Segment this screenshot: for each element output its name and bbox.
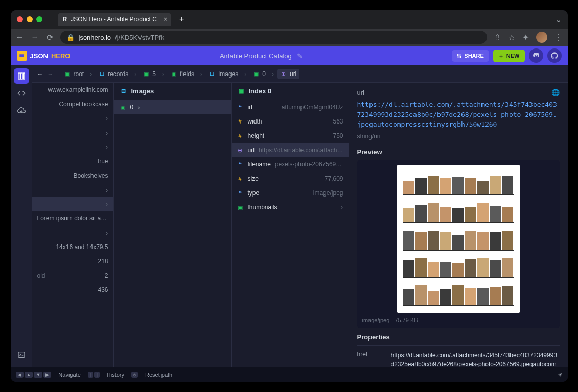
- back-button[interactable]: ←: [16, 33, 24, 42]
- detail-key: url: [357, 89, 364, 96]
- crumb-images[interactable]: ⊟Images: [205, 69, 241, 79]
- crumb-5[interactable]: ▣5: [140, 69, 159, 79]
- sidebar-terminal-icon[interactable]: [14, 347, 29, 362]
- browser-toolbar: ← → ⟳ 🔒 jsonhero.io/j/KD5KVstvTPfk ⇪ ☆ ✦…: [11, 29, 568, 46]
- sidebar: [11, 65, 32, 368]
- list-item[interactable]: [32, 126, 113, 140]
- list-item[interactable]: #width563: [232, 114, 349, 129]
- list-item[interactable]: [32, 197, 113, 211]
- url-host: jsonhero.io: [79, 34, 111, 41]
- theme-toggle-icon[interactable]: ☀: [558, 372, 563, 378]
- browser-tab[interactable]: R JSON Hero - Airtable Product C ×: [58, 13, 171, 26]
- chrome-menu-icon[interactable]: ⋮: [554, 33, 563, 42]
- crumb-0[interactable]: ▣0: [249, 69, 269, 79]
- edit-title-icon[interactable]: ✎: [297, 52, 303, 60]
- lock-icon: 🔒: [66, 34, 75, 41]
- list-item[interactable]: ❝filenamepexels-photo-2067569.jpeg?…: [232, 157, 349, 172]
- sidebar-code-view[interactable]: [14, 86, 29, 101]
- logo[interactable]: JSONHERO: [17, 51, 71, 61]
- list-item[interactable]: #height750: [232, 129, 349, 143]
- share-page-icon[interactable]: ⇪: [494, 33, 501, 42]
- tab-favicon: R: [63, 16, 67, 23]
- svg-rect-2: [23, 73, 25, 79]
- tab-overflow-icon[interactable]: ⌄: [555, 15, 562, 24]
- list-item[interactable]: 14x16 and 14x79.5: [32, 240, 113, 254]
- address-bar[interactable]: 🔒 jsonhero.io/j/KD5KVstvTPfk: [60, 31, 487, 44]
- column-title: Images: [131, 87, 154, 95]
- new-tab-button[interactable]: +: [179, 15, 184, 24]
- archive-icon: ⊟: [120, 88, 127, 94]
- list-item[interactable]: [32, 226, 113, 240]
- list-item[interactable]: true: [32, 154, 113, 168]
- list-item[interactable]: ❝idattumnpGmMgmf04Uz: [232, 100, 349, 114]
- browser-tabbar: R JSON Hero - Airtable Product C × + ⌄: [11, 10, 568, 29]
- logo-text-json: JSON: [30, 52, 48, 60]
- list-item[interactable]: Bookshelves: [32, 168, 113, 183]
- preview-box: image/jpeg 75.79 KB: [357, 160, 560, 328]
- box-icon: ▣: [238, 88, 245, 94]
- github-icon[interactable]: [547, 48, 562, 63]
- globe-icon[interactable]: 🌐: [551, 89, 560, 96]
- share-icon: ⇆: [457, 53, 461, 59]
- plus-icon: ＋: [498, 52, 504, 60]
- footer: ◀▲▼▶ Navigate [] History ⎋ Reset path ☀: [11, 368, 568, 382]
- detail-type: string/uri: [357, 133, 560, 140]
- esc-keycap: ⎋: [131, 372, 138, 378]
- crumb-records[interactable]: ⊟records: [95, 69, 131, 79]
- list-item[interactable]: 218: [32, 254, 113, 268]
- sidebar-cloud-icon[interactable]: [14, 103, 29, 118]
- list-item[interactable]: www.examplelink.com: [32, 83, 113, 97]
- reload-button[interactable]: ⟳: [47, 33, 53, 42]
- crumb-root[interactable]: ▣root: [61, 69, 87, 79]
- list-item[interactable]: Compel bookcase: [32, 97, 113, 111]
- preview-size: 75.79 KB: [395, 317, 418, 323]
- sidebar-columns-view[interactable]: [14, 68, 29, 84]
- property-row: hrefhttps://dl.airtable.com/.attachments…: [357, 345, 560, 368]
- url-path: /j/KD5KVstvTPfk: [115, 34, 164, 41]
- discord-icon[interactable]: [529, 48, 543, 63]
- breadcrumb: ← → ▣root› ⊟records› ▣5› ▣fields› ⊟Image…: [32, 65, 568, 83]
- tab-title: JSON Hero - Airtable Product C: [71, 16, 157, 23]
- list-item[interactable]: 436: [32, 283, 113, 297]
- list-item[interactable]: [32, 111, 113, 126]
- footer-reset: Reset path: [145, 372, 172, 378]
- preview-image: [397, 165, 520, 313]
- detail-value: https://dl.airtable.com/.attachments/345…: [357, 100, 560, 130]
- forward-button[interactable]: →: [31, 33, 39, 42]
- list-item[interactable]: [32, 140, 113, 154]
- maximize-window-button[interactable]: [36, 16, 42, 22]
- list-item[interactable]: Lorem ipsum dolor sit am…: [32, 211, 113, 226]
- logo-text-hero: HERO: [51, 52, 71, 60]
- logo-icon: [17, 51, 27, 61]
- app-content: ← → ▣root› ⊟records› ▣5› ▣fields› ⊟Image…: [11, 65, 568, 368]
- column-1: www.examplelink.comCompel bookcasetrueBo…: [32, 83, 114, 368]
- bracket-keycaps: []: [88, 372, 100, 378]
- column-index0: ▣Index 0 ❝idattumnpGmMgmf04Uz#width563#h…: [232, 83, 349, 368]
- breadcrumb-back-icon[interactable]: ←: [37, 70, 43, 78]
- window-controls: [17, 16, 42, 22]
- document-title: Airtable Product Catalog: [220, 52, 292, 60]
- close-window-button[interactable]: [17, 16, 23, 22]
- footer-navigate: Navigate: [58, 372, 80, 378]
- crumb-url[interactable]: ⊕url: [277, 69, 299, 79]
- new-button[interactable]: ＋NEW: [493, 50, 525, 62]
- list-item[interactable]: ▣0: [114, 100, 231, 114]
- svg-rect-0: [18, 73, 20, 79]
- list-item[interactable]: old2: [32, 268, 113, 283]
- bookmark-icon[interactable]: ☆: [508, 33, 515, 42]
- crumb-fields[interactable]: ▣fields: [167, 69, 197, 79]
- list-item[interactable]: [32, 183, 113, 197]
- list-item[interactable]: ⊕urlhttps://dl.airtable.com/.attach…: [232, 143, 349, 157]
- column-images: ⊟Images ▣0: [114, 83, 232, 368]
- share-button[interactable]: ⇆SHARE: [452, 50, 489, 62]
- extensions-icon[interactable]: ✦: [522, 33, 529, 42]
- minimize-window-button[interactable]: [27, 16, 33, 22]
- close-tab-icon[interactable]: ×: [164, 16, 167, 23]
- list-item[interactable]: ▣thumbnails: [232, 200, 349, 214]
- list-item[interactable]: ❝typeimage/jpeg: [232, 186, 349, 200]
- preview-heading: Preview: [357, 148, 560, 156]
- profile-avatar[interactable]: [536, 32, 547, 43]
- breadcrumb-forward-icon[interactable]: →: [48, 70, 54, 78]
- svg-rect-3: [18, 352, 25, 358]
- list-item[interactable]: #size77,609: [232, 172, 349, 186]
